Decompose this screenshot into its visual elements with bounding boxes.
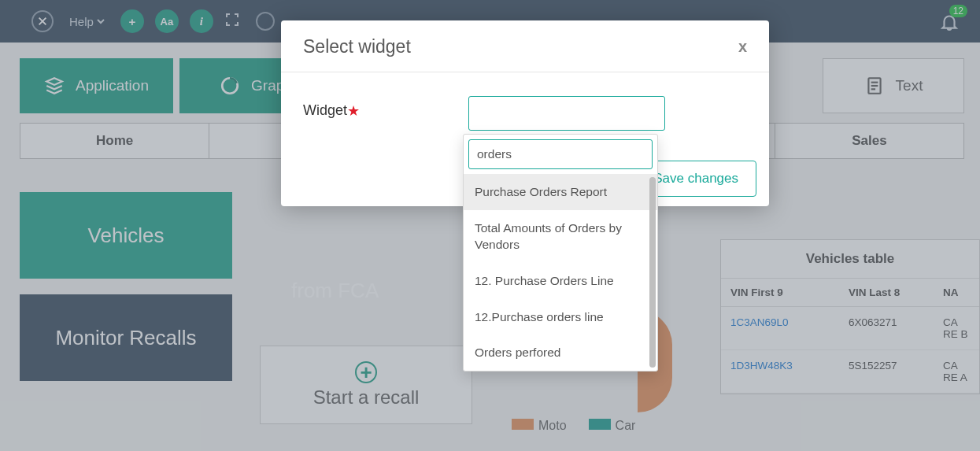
dropdown-scrollbar[interactable] xyxy=(649,177,656,368)
dropdown-list: Purchase Orders Report Total Amounts of … xyxy=(464,174,657,371)
widget-select-input[interactable] xyxy=(468,96,665,131)
widget-dropdown: Purchase Orders Report Total Amounts of … xyxy=(463,134,658,372)
dropdown-search-input[interactable] xyxy=(468,139,653,169)
dropdown-option[interactable]: 12.Purchase orders line xyxy=(464,299,657,335)
modal-title: Select widget xyxy=(303,36,411,57)
widget-field-label: Widget★ xyxy=(303,96,468,120)
widget-label-text: Widget xyxy=(303,102,347,118)
dropdown-option[interactable]: Total Amounts of Orders by Vendors xyxy=(464,210,657,263)
modal-header: Select widget x xyxy=(281,20,769,72)
dropdown-option[interactable]: 12. Purchase Orders Line xyxy=(464,263,657,299)
required-star-icon: ★ xyxy=(347,103,360,119)
dropdown-option[interactable]: Orders perfored xyxy=(464,335,657,371)
modal-close-button[interactable]: x xyxy=(738,38,747,56)
dropdown-option[interactable]: Purchase Orders Report xyxy=(464,174,657,210)
